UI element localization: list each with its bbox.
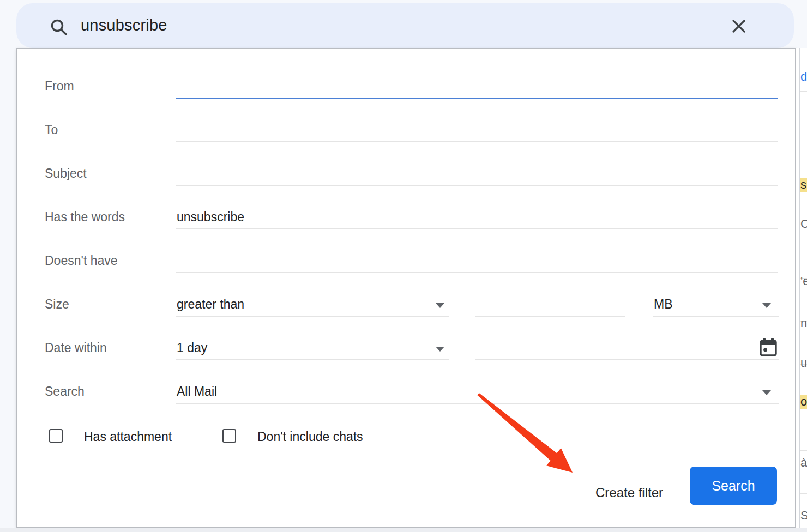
form-row-to: To (17, 123, 795, 144)
search-button[interactable]: Search (690, 467, 777, 505)
email-text-fragment-highlight: s (800, 178, 807, 192)
size-operator-underline (176, 316, 449, 317)
email-text-fragment: C (800, 217, 807, 231)
has-words-label: Has the words (45, 210, 125, 225)
list-row-divider (800, 450, 807, 451)
has-attachment-checkbox[interactable] (49, 429, 63, 443)
checkbox-row: Has attachment Don't include chats (17, 428, 795, 447)
subject-label: Subject (45, 166, 87, 181)
dont-include-chats-label: Don't include chats (257, 430, 363, 444)
search-bar[interactable]: unsubscribe (16, 3, 794, 48)
email-text-fragment: d (800, 70, 807, 84)
size-amount-underline (475, 316, 625, 317)
search-icon (49, 17, 69, 37)
size-unit-caret-icon[interactable] (762, 303, 771, 308)
form-row-search-scope: Search All Mail (17, 384, 795, 406)
has-attachment-label: Has attachment (84, 430, 172, 444)
email-text-fragment: S (800, 509, 807, 523)
calendar-icon[interactable] (759, 338, 778, 358)
size-operator-caret-icon[interactable] (436, 303, 444, 308)
form-row-subject: Subject (17, 166, 795, 188)
search-scope-caret-icon[interactable] (762, 390, 771, 395)
search-input[interactable]: unsubscribe (81, 16, 167, 34)
email-text-fragment: n (800, 316, 807, 330)
date-within-underline (176, 359, 449, 360)
form-row-has-words: Has the words unsubscribe (17, 210, 795, 232)
list-row-divider (800, 235, 807, 235)
list-row-divider (800, 493, 807, 494)
date-within-caret-icon[interactable] (436, 347, 444, 352)
size-label: Size (45, 297, 69, 312)
email-text-fragment: u (800, 356, 807, 370)
close-icon[interactable] (730, 17, 748, 35)
search-scope-label: Search (45, 384, 85, 399)
subject-underline (176, 185, 778, 186)
size-unit-select[interactable]: MB (654, 297, 673, 312)
size-unit-underline (653, 316, 779, 317)
to-label: To (45, 123, 58, 137)
date-within-label: Date within (45, 341, 107, 355)
list-row-divider (800, 192, 807, 192)
create-filter-button[interactable]: Create filter (575, 479, 684, 507)
form-row-from: From (17, 79, 795, 101)
email-text-fragment-highlight: o (800, 395, 807, 409)
list-border (799, 48, 800, 528)
doesnt-have-label: Doesn't have (45, 253, 118, 268)
from-underline-focused (176, 98, 778, 99)
form-row-date-within: Date within 1 day (17, 341, 795, 362)
background-email-list-sliver: d s C 'e n u o à S (796, 48, 807, 528)
list-row-divider (800, 91, 807, 92)
page-background-bottom (0, 528, 807, 532)
from-label: From (45, 79, 74, 94)
doesnt-have-underline (176, 272, 778, 273)
search-scope-select[interactable]: All Mail (177, 384, 217, 399)
has-words-input[interactable]: unsubscribe (177, 210, 244, 225)
form-row-size: Size greater than MB (17, 297, 795, 319)
search-filter-panel: From To Subject Has the words unsubscrib… (16, 48, 796, 528)
date-within-select[interactable]: 1 day (177, 341, 207, 355)
search-scope-underline (176, 403, 779, 404)
date-underline (475, 359, 779, 360)
dont-include-chats-checkbox[interactable] (222, 429, 236, 443)
email-text-fragment: 'e (800, 274, 807, 288)
has-words-underline (176, 228, 778, 229)
email-text-fragment: à (800, 456, 807, 470)
to-underline (176, 141, 778, 142)
size-operator-select[interactable]: greater than (177, 297, 244, 312)
form-row-doesnt-have: Doesn't have (17, 253, 795, 275)
